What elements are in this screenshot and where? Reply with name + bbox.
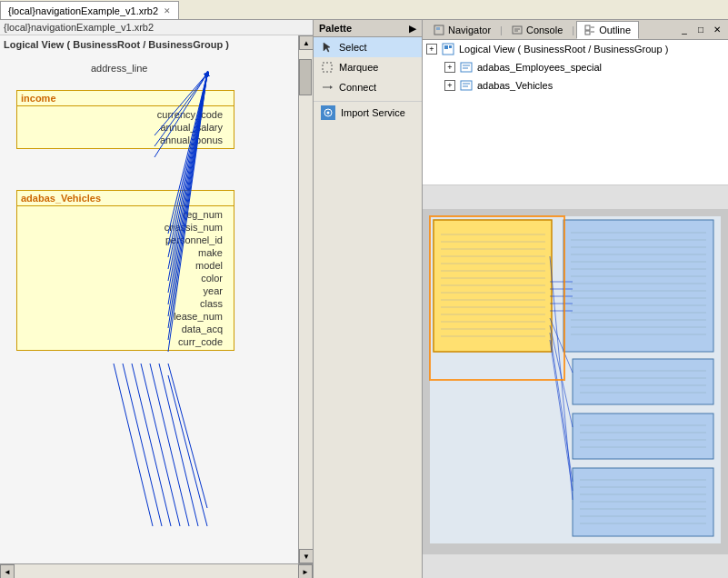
left-bottom-scrollbar: ◄ ► <box>0 563 313 578</box>
svg-line-22 <box>114 364 153 526</box>
address-line-node: address_line <box>91 63 147 74</box>
hscroll-right-btn[interactable]: ► <box>298 564 313 578</box>
field-annual-bonus: annual_bonus <box>21 134 230 146</box>
svg-line-15 <box>168 364 207 508</box>
scroll-up-btn[interactable]: ▲ <box>299 35 313 50</box>
palette-panel: Palette ▶ Select Marquee <box>314 20 423 578</box>
vehicles-expand[interactable]: + <box>444 80 455 91</box>
palette-expand-icon[interactable]: ▶ <box>409 24 416 34</box>
vehicles-group-fields: reg_num chassis_num personnel_id make mo… <box>17 206 234 350</box>
minimize-icon[interactable]: _ <box>677 23 692 37</box>
top-tab-bar: {local}navigationExample_v1.xrb2 ✕ <box>0 0 728 20</box>
console-tab-label: Console <box>526 25 563 35</box>
left-scrollbar: ▲ ▼ <box>298 35 313 563</box>
svg-line-20 <box>132 364 171 526</box>
tab-console[interactable]: Console <box>504 21 570 39</box>
field-data-acq: data_acq <box>21 323 230 335</box>
svg-line-17 <box>159 364 198 526</box>
svg-rect-44 <box>461 81 472 90</box>
tree-item-employees[interactable]: + adabas_Employees_special <box>423 58 728 76</box>
svg-rect-40 <box>449 45 452 48</box>
svg-rect-81 <box>573 359 713 404</box>
scroll-thumb[interactable] <box>299 59 312 95</box>
palette-marquee-item[interactable]: Marquee <box>314 57 422 77</box>
svg-line-21 <box>123 364 162 526</box>
svg-rect-49 <box>434 220 552 352</box>
left-panel-title: {local}navigationExample_v1.xrb2 <box>0 20 313 35</box>
tab-outline[interactable]: Outline <box>576 21 639 39</box>
navigator-tab-icon <box>434 25 444 35</box>
svg-rect-30 <box>436 27 440 30</box>
svg-rect-31 <box>513 26 522 34</box>
field-model: model <box>21 259 230 272</box>
field-year: year <box>21 284 230 297</box>
svg-line-19 <box>141 364 180 526</box>
svg-rect-39 <box>444 45 448 49</box>
svg-line-18 <box>150 364 189 526</box>
vehicles-icon <box>459 78 474 93</box>
tab-close-icon[interactable]: ✕ <box>164 6 171 15</box>
cursor-icon <box>321 41 334 54</box>
close-panel-icon[interactable]: ✕ <box>710 23 724 37</box>
left-panel: {local}navigationExample_v1.xrb2 Logical… <box>0 20 314 578</box>
main-container: {local}navigationExample_v1.xrb2 Logical… <box>0 20 728 578</box>
field-chassis-num: chassis_num <box>21 221 230 234</box>
navigator-tab-label: Navigator <box>448 25 491 35</box>
marquee-icon <box>321 61 334 74</box>
field-annual-salary: annual_salary <box>21 121 230 134</box>
outline-tab-icon <box>584 25 595 35</box>
employees-icon <box>459 60 474 75</box>
field-currency-code: currency_code <box>21 108 230 121</box>
svg-rect-41 <box>461 63 472 72</box>
connect-icon <box>321 81 334 94</box>
svg-rect-35 <box>585 31 590 35</box>
vehicles-group: adabas_Vehicles reg_num chassis_num pers… <box>16 190 234 351</box>
logical-view-label: Logical View ( BusinessRoot / BusinessGr… <box>4 39 229 50</box>
tree-item-logical-view[interactable]: + Logical View ( BusinessRoot / Business… <box>423 40 728 58</box>
navigator-svg <box>423 185 728 578</box>
logical-view-label-tree: Logical View ( BusinessRoot / BusinessGr… <box>459 44 668 55</box>
scroll-track <box>299 50 313 549</box>
import-service-label: Import Service <box>341 107 405 118</box>
svg-rect-91 <box>573 468 713 536</box>
employees-expand[interactable]: + <box>444 62 455 73</box>
palette-marquee-label: Marquee <box>339 62 378 73</box>
vehicles-label: adabas_Vehicles <box>477 80 553 91</box>
logical-view-icon <box>441 42 455 56</box>
palette-select-item[interactable]: Select <box>314 37 422 57</box>
scroll-down-btn[interactable]: ▼ <box>299 549 313 563</box>
hscroll-track <box>15 564 298 578</box>
tab-separator-2: | <box>572 25 574 35</box>
main-tab[interactable]: {local}navigationExample_v1.xrb2 ✕ <box>0 1 179 19</box>
tree-item-vehicles[interactable]: + adabas_Vehicles <box>423 76 728 95</box>
palette-select-label: Select <box>339 42 367 53</box>
field-personnel-id: personnel_id <box>21 234 230 246</box>
palette-connect-item[interactable]: Connect <box>314 77 422 97</box>
palette-title: Palette <box>319 23 352 34</box>
svg-marker-23 <box>324 43 330 52</box>
svg-point-28 <box>327 112 330 115</box>
hscroll-left-btn[interactable]: ◄ <box>0 564 15 578</box>
svg-rect-34 <box>585 25 590 30</box>
tab-navigator[interactable]: Navigator <box>426 21 498 39</box>
vehicles-group-header: adabas_Vehicles <box>17 191 234 206</box>
palette-connect-label: Connect <box>339 82 376 93</box>
right-panel: Navigator | Console | <box>423 20 728 578</box>
right-top-tabs: Navigator | Console | <box>423 20 728 40</box>
employees-label: adabas_Employees_special <box>477 62 602 73</box>
svg-line-16 <box>168 375 207 526</box>
maximize-icon[interactable]: □ <box>693 23 708 37</box>
field-curr-code: curr_code <box>21 335 230 348</box>
logical-view-expand[interactable]: + <box>426 44 437 55</box>
palette-header: Palette ▶ <box>314 20 422 37</box>
svg-rect-24 <box>323 63 332 72</box>
import-service-item[interactable]: Import Service <box>314 101 422 124</box>
field-class: class <box>21 297 230 310</box>
field-lease-num: lease_num <box>21 310 230 323</box>
navigator-map <box>423 185 728 578</box>
tab-label: {local}navigationExample_v1.xrb2 <box>8 5 158 16</box>
right-tab-controls: _ □ ✕ <box>677 23 724 37</box>
diagram-area: Logical View ( BusinessRoot / BusinessGr… <box>0 35 298 563</box>
import-service-icon <box>321 105 335 120</box>
tab-separator-1: | <box>500 25 503 35</box>
